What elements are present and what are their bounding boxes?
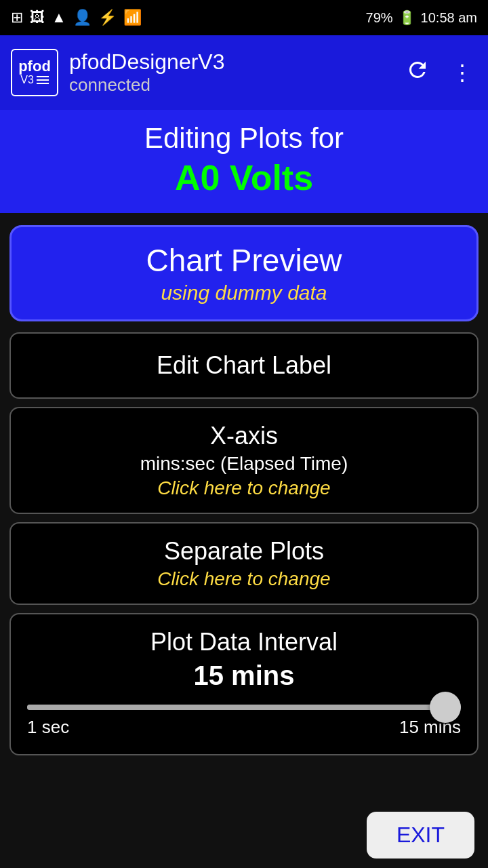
- app-title-block: pfodDesignerV3 connected: [69, 50, 401, 96]
- interval-title: Plot Data Interval: [27, 628, 461, 656]
- editing-header: Editing Plots for A0 Volts: [0, 110, 488, 213]
- battery-text: 79%: [366, 10, 393, 26]
- app-logo-pfod: pfod: [18, 59, 51, 74]
- app-logo-v3: V3: [20, 74, 49, 86]
- separate-plots-title: Separate Plots: [24, 537, 464, 566]
- image-icon: 🖼: [30, 9, 45, 26]
- v3-label: V3: [20, 74, 34, 86]
- hamburger-icon: [37, 76, 49, 84]
- signal-icon: 📶: [123, 9, 142, 26]
- time-text: 10:58 am: [421, 10, 477, 26]
- x-axis-change: Click here to change: [24, 477, 464, 499]
- chart-preview-title: Chart Preview: [25, 242, 463, 279]
- edit-chart-label-button[interactable]: Edit Chart Label: [9, 332, 479, 399]
- connection-status: connected: [69, 75, 401, 96]
- plot-data-interval-container: Plot Data Interval 15 mins 1 sec 15 mins: [9, 613, 479, 755]
- person-icon: 👤: [73, 9, 92, 26]
- wifi-icon: ▲: [52, 9, 66, 26]
- interval-slider-container: 1 sec 15 mins: [27, 705, 461, 738]
- slider-labels: 1 sec 15 mins: [27, 717, 461, 738]
- chart-preview-subtitle: using dummy data: [25, 281, 463, 304]
- slider-thumb[interactable]: [430, 692, 461, 723]
- app-logo: pfod V3: [11, 49, 58, 96]
- separate-plots-button[interactable]: Separate Plots Click here to change: [9, 522, 479, 605]
- app-bar: pfod V3 pfodDesignerV3 connected ⋮: [0, 35, 488, 110]
- slider-track: [27, 705, 461, 710]
- status-icons-left: ⊞ 🖼 ▲ 👤 ⚡ 📶: [11, 9, 142, 26]
- slider-fill: [27, 705, 461, 710]
- content-area: Chart Preview using dummy data Edit Char…: [0, 213, 488, 810]
- slider-min-label: 1 sec: [27, 717, 69, 738]
- separate-plots-change: Click here to change: [24, 568, 464, 590]
- status-icons-right: 79% 🔋 10:58 am: [366, 9, 477, 26]
- refresh-button[interactable]: [401, 54, 434, 92]
- x-axis-title: X-axis: [24, 422, 464, 450]
- add-icon: ⊞: [11, 9, 23, 26]
- editing-subtitle: A0 Volts: [14, 157, 474, 198]
- status-bar: ⊞ 🖼 ▲ 👤 ⚡ 📶 79% 🔋 10:58 am: [0, 0, 488, 35]
- bluetooth-icon: ⚡: [98, 9, 117, 26]
- x-axis-button[interactable]: X-axis mins:sec (Elapsed Time) Click her…: [9, 407, 479, 514]
- overflow-menu-button[interactable]: ⋮: [447, 56, 477, 90]
- battery-icon: 🔋: [399, 9, 415, 26]
- x-axis-detail: mins:sec (Elapsed Time): [24, 453, 464, 475]
- chart-preview-button[interactable]: Chart Preview using dummy data: [9, 225, 479, 321]
- exit-button[interactable]: EXIT: [367, 812, 474, 859]
- exit-bar: EXIT: [0, 802, 488, 868]
- app-bar-actions: ⋮: [401, 54, 477, 92]
- editing-title: Editing Plots for: [14, 122, 474, 155]
- interval-value: 15 mins: [27, 660, 461, 691]
- edit-chart-label-text: Edit Chart Label: [24, 351, 464, 380]
- app-title: pfodDesignerV3: [69, 50, 401, 75]
